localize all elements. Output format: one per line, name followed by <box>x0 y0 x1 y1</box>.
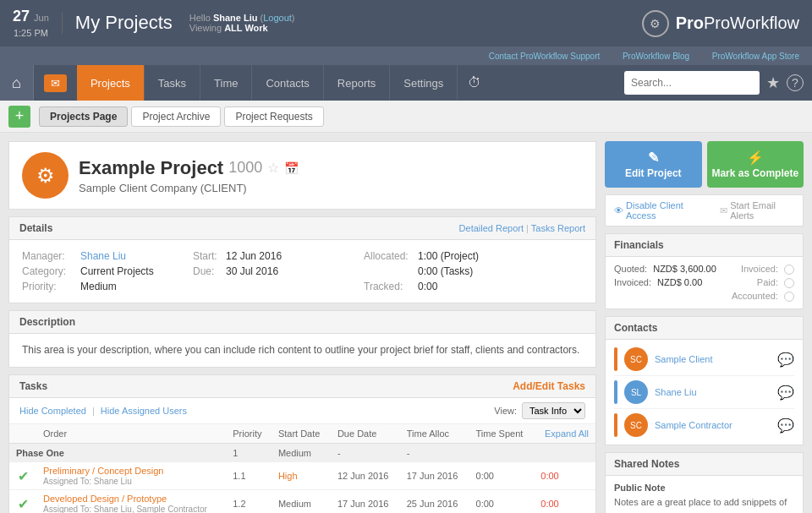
contacts-section: Contacts SC Sample Client 💬 SL Shane Liu… <box>605 316 804 445</box>
description-text: This area is your description, where you… <box>22 342 583 358</box>
add-project-button[interactable]: + <box>8 106 30 128</box>
task-name-link[interactable]: Preliminary / Concept Design <box>43 466 163 476</box>
nav-tab-projects[interactable]: Projects <box>77 65 145 101</box>
contact-name-link[interactable]: Sample Contractor <box>655 420 771 430</box>
complete-label: Mark as Complete <box>711 167 798 179</box>
contact-bar <box>614 347 617 371</box>
paid-right-label: Paid: <box>757 277 778 287</box>
details-links: Detailed Report | Tasks Report <box>459 223 585 233</box>
start-email-label: Start Email Alerts <box>730 200 794 221</box>
start-email-link[interactable]: ✉ Start Email Alerts <box>720 200 794 221</box>
nav-tab-tasks[interactable]: Tasks <box>145 65 200 101</box>
manager-label: Manager: <box>22 250 77 262</box>
greeting-block: Hello Shane Liu (Logout) Viewing ALL Wor… <box>189 13 295 33</box>
contact-chat-icon[interactable]: 💬 <box>777 385 794 401</box>
col-time-spent: Time Spent <box>469 424 535 444</box>
project-requests-tab[interactable]: Project Requests <box>224 106 323 127</box>
date-month: Jun <box>34 13 49 23</box>
task-complete-icon: ✔ <box>18 497 29 511</box>
details-title: Details <box>19 222 52 234</box>
date-day: 27 <box>13 8 30 25</box>
projects-page-tab[interactable]: Projects Page <box>39 106 128 127</box>
logo-name: ProWorkflow <box>704 14 799 32</box>
logout-link[interactable]: Logout <box>263 13 292 23</box>
invoiced-value: NZD$ 0.00 <box>657 277 702 287</box>
hide-completed-link[interactable]: Hide Completed <box>19 406 86 416</box>
contact-bar <box>614 413 617 437</box>
nav-clock[interactable]: ⏱ <box>458 65 491 101</box>
accounted-radio <box>784 292 794 302</box>
tracked-label: Tracked: <box>364 281 414 292</box>
eye-icon: 👁 <box>614 205 623 216</box>
project-id: 1000 <box>228 159 262 177</box>
contact-chat-icon[interactable]: 💬 <box>777 417 794 434</box>
shared-notes-title: Shared Notes <box>614 458 679 470</box>
invoiced-label: Invoiced: <box>614 277 651 287</box>
category-value: Current Projects <box>80 265 154 277</box>
contact-item: SL Shane Liu 💬 <box>614 376 794 409</box>
nav-tab-time[interactable]: Time <box>200 65 252 101</box>
contact-avatar: SC <box>624 413 648 437</box>
disable-client-link[interactable]: 👁 Disable Client Access <box>614 200 706 221</box>
add-edit-tasks-link[interactable]: Add/Edit Tasks <box>513 380 585 392</box>
financials-title: Financials <box>614 239 664 251</box>
project-name: Example Project <box>79 157 223 179</box>
category-label: Category: <box>22 265 77 277</box>
quoted-label: Quoted: <box>614 264 647 274</box>
col-start: Start Date <box>272 424 331 444</box>
contact-avatar: SL <box>624 380 648 404</box>
project-archive-tab[interactable]: Project Archive <box>131 106 221 127</box>
project-client: Sample Client Company (CLIENT) <box>79 182 299 194</box>
greeting-text: Hello <box>189 13 211 23</box>
paid-radio <box>784 278 794 288</box>
contact-name-link[interactable]: Sample Client <box>655 354 771 364</box>
manager-value[interactable]: Shane Liu <box>80 250 126 262</box>
date-time: 1:25 PM <box>14 28 48 38</box>
search-input[interactable] <box>624 71 760 95</box>
detailed-report-link[interactable]: Detailed Report <box>459 223 524 233</box>
priority-label: Priority: <box>22 281 77 292</box>
expand-all[interactable]: Expand All <box>534 424 595 444</box>
task-name-link[interactable]: Developed Design / Prototype <box>43 494 167 504</box>
blog-link[interactable]: ProWorkflow Blog <box>623 52 689 61</box>
help-icon[interactable]: ? <box>787 74 804 91</box>
appstore-link[interactable]: ProWorkflow App Store <box>712 52 799 61</box>
nav-home[interactable]: ⌂ <box>0 65 34 101</box>
contact-item: SC Sample Client 💬 <box>614 343 794 376</box>
mark-complete-button[interactable]: ⚡ Mark as Complete <box>707 141 804 188</box>
accounted-right-label: Accounted: <box>732 291 778 301</box>
support-link[interactable]: Contact ProWorkflow Support <box>489 52 601 61</box>
note-type: Public Note <box>614 483 794 493</box>
page-title: My Projects <box>62 12 173 34</box>
table-row: ✔ Developed Design / Prototype Assigned … <box>9 490 595 513</box>
edit-project-button[interactable]: ✎ Edit Project <box>605 141 702 188</box>
invoiced-radio <box>784 265 794 275</box>
contact-avatar: SC <box>624 347 648 371</box>
shared-notes-section: Shared Notes Public Note Notes are a gre… <box>605 452 804 513</box>
logo-icon: ⚙ <box>642 10 669 37</box>
logo: ⚙ ProProWorkflow <box>642 10 799 37</box>
project-calendar-icon[interactable]: 📅 <box>284 161 299 175</box>
nav-tab-reports[interactable]: Reports <box>324 65 391 101</box>
quoted-value: NZD$ 3,600.00 <box>653 264 716 274</box>
details-section: Details Detailed Report | Tasks Report M… <box>8 216 596 303</box>
contact-name-link[interactable]: Shane Liu <box>655 387 771 397</box>
project-header: ⚙ Example Project 1000 ☆ 📅 Sample Client… <box>8 141 596 210</box>
hide-assigned-link[interactable]: Hide Assigned Users <box>101 406 187 416</box>
edit-icon: ✎ <box>648 150 659 166</box>
col-order: Order <box>36 424 226 444</box>
nav-tab-settings[interactable]: Settings <box>390 65 458 101</box>
nav-tab-contacts[interactable]: Contacts <box>252 65 323 101</box>
due-label: Due: <box>193 265 222 277</box>
view-select[interactable]: Task Info <box>522 402 585 419</box>
priority-value: Medium <box>80 281 117 292</box>
contact-chat-icon[interactable]: 💬 <box>777 352 794 368</box>
username-text: Shane Liu <box>213 13 258 23</box>
tasks-report-link[interactable]: Tasks Report <box>531 223 585 233</box>
project-star-icon[interactable]: ☆ <box>267 160 279 176</box>
star-icon[interactable]: ★ <box>766 74 780 92</box>
project-icon: ⚙ <box>22 152 69 199</box>
tasks-title: Tasks <box>19 380 47 392</box>
nav-email[interactable]: ✉ <box>34 65 77 101</box>
allocated-tasks-spacer <box>364 265 414 277</box>
